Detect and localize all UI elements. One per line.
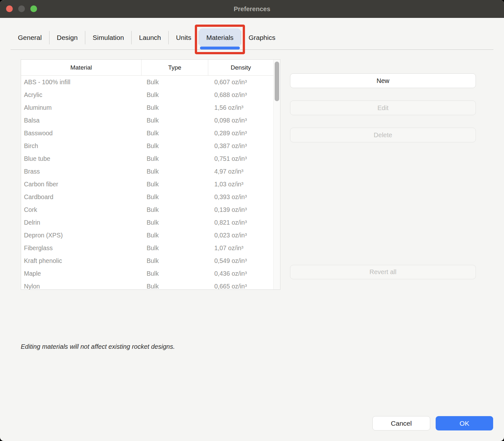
tab-graphics[interactable]: Graphics — [241, 28, 283, 47]
cell-density: 1,07 oz/in³ — [208, 242, 273, 254]
table-row[interactable]: MapleBulk0,436 oz/in³ — [21, 267, 273, 280]
cell-material: Balsa — [21, 114, 141, 127]
delete-button[interactable]: Delete — [290, 128, 476, 142]
revert-all-button[interactable]: Revert all — [290, 265, 476, 279]
cell-material: Nylon — [21, 280, 141, 289]
cell-type: Bulk — [141, 101, 208, 114]
cell-type: Bulk — [141, 88, 208, 101]
cell-density: 0,549 oz/in³ — [208, 254, 273, 267]
titlebar: Preferences — [0, 0, 504, 18]
cell-type: Bulk — [141, 203, 208, 216]
table-row[interactable]: DelrinBulk0,821 oz/in³ — [21, 216, 273, 229]
table-row[interactable]: Blue tubeBulk0,751 oz/in³ — [21, 152, 273, 165]
cell-density: 0,607 oz/in³ — [208, 76, 273, 88]
cell-type: Bulk — [141, 267, 208, 280]
table-row[interactable]: AcrylicBulk0,688 oz/in³ — [21, 88, 273, 101]
materials-note: Editing materials will not affect existi… — [21, 343, 175, 350]
cell-type: Bulk — [141, 254, 208, 267]
cell-density: 0,023 oz/in³ — [208, 229, 273, 242]
cell-density: 0,387 oz/in³ — [208, 139, 273, 152]
table-row[interactable]: CorkBulk0,139 oz/in³ — [21, 203, 273, 216]
table-body: ABS - 100% infillBulk0,607 oz/in³Acrylic… — [21, 76, 280, 289]
cell-type: Bulk — [141, 165, 208, 178]
cell-material: Depron (XPS) — [21, 229, 141, 242]
cell-density: 0,821 oz/in³ — [208, 216, 273, 229]
cell-material: Cork — [21, 203, 141, 216]
tab-units[interactable]: Units — [169, 28, 199, 47]
tab-design[interactable]: Design — [50, 28, 85, 47]
table-row[interactable]: Depron (XPS)Bulk0,023 oz/in³ — [21, 229, 273, 242]
tab-materials[interactable]: Materials — [199, 28, 241, 47]
tab-general[interactable]: General — [11, 28, 49, 47]
table-header: MaterialTypeDensity — [21, 60, 273, 76]
cell-material: Aluminum — [21, 101, 141, 114]
table-row[interactable]: CardboardBulk0,393 oz/in³ — [21, 191, 273, 203]
cell-density: 0,751 oz/in³ — [208, 152, 273, 165]
cell-material: Cardboard — [21, 191, 141, 203]
cell-type: Bulk — [141, 114, 208, 127]
edit-button[interactable]: Edit — [290, 101, 476, 115]
cell-material: Delrin — [21, 216, 141, 229]
cell-material: Brass — [21, 165, 141, 178]
cell-material: Blue tube — [21, 152, 141, 165]
cell-type: Bulk — [141, 229, 208, 242]
table-row[interactable]: ABS - 100% infillBulk0,607 oz/in³ — [21, 76, 273, 88]
cell-density: 0,665 oz/in³ — [208, 280, 273, 289]
materials-table: MaterialTypeDensity ABS - 100% infillBul… — [21, 59, 280, 290]
cell-material: ABS - 100% infill — [21, 76, 141, 88]
table-row[interactable]: BalsaBulk0,098 oz/in³ — [21, 114, 273, 127]
preferences-window: Preferences GeneralDesignSimulationLaunc… — [0, 0, 504, 441]
table-row[interactable]: FiberglassBulk1,07 oz/in³ — [21, 242, 273, 254]
column-header-density[interactable]: Density — [208, 60, 273, 75]
cell-type: Bulk — [141, 76, 208, 88]
cell-type: Bulk — [141, 216, 208, 229]
cell-material: Fiberglass — [21, 242, 141, 254]
cell-type: Bulk — [141, 178, 208, 191]
cell-density: 1,03 oz/in³ — [208, 178, 273, 191]
column-header-type[interactable]: Type — [141, 60, 208, 75]
scrollbar-track[interactable] — [273, 60, 280, 289]
cell-material: Birch — [21, 139, 141, 152]
table-row[interactable]: BrassBulk4,97 oz/in³ — [21, 165, 273, 178]
cell-type: Bulk — [141, 191, 208, 203]
cell-material: Kraft phenolic — [21, 254, 141, 267]
cell-density: 1,56 oz/in³ — [208, 101, 273, 114]
cancel-button[interactable]: Cancel — [372, 416, 430, 430]
tab-simulation[interactable]: Simulation — [85, 28, 131, 47]
scrollbar-thumb[interactable] — [275, 62, 279, 101]
table-row[interactable]: BirchBulk0,387 oz/in³ — [21, 139, 273, 152]
tab-bar: GeneralDesignSimulationLaunchUnitsMateri… — [11, 28, 493, 50]
cell-density: 0,688 oz/in³ — [208, 88, 273, 101]
table-row[interactable]: NylonBulk0,665 oz/in³ — [21, 280, 273, 289]
cell-material: Basswood — [21, 127, 141, 139]
ok-button[interactable]: OK — [436, 416, 493, 430]
cell-density: 0,393 oz/in³ — [208, 191, 273, 203]
cell-type: Bulk — [141, 242, 208, 254]
cell-material: Maple — [21, 267, 141, 280]
cell-density: 0,139 oz/in³ — [208, 203, 273, 216]
tab-launch[interactable]: Launch — [132, 28, 168, 47]
cell-density: 0,289 oz/in³ — [208, 127, 273, 139]
cell-type: Bulk — [141, 152, 208, 165]
table-row[interactable]: Kraft phenolicBulk0,549 oz/in³ — [21, 254, 273, 267]
cell-material: Carbon fiber — [21, 178, 141, 191]
cell-type: Bulk — [141, 280, 208, 289]
table-row[interactable]: Carbon fiberBulk1,03 oz/in³ — [21, 178, 273, 191]
cell-density: 0,436 oz/in³ — [208, 267, 273, 280]
table-row[interactable]: AluminumBulk1,56 oz/in³ — [21, 101, 273, 114]
cell-type: Bulk — [141, 139, 208, 152]
new-button[interactable]: New — [290, 73, 476, 88]
window-title: Preferences — [0, 0, 504, 18]
cell-material: Acrylic — [21, 88, 141, 101]
cell-density: 0,098 oz/in³ — [208, 114, 273, 127]
column-header-material[interactable]: Material — [21, 60, 141, 75]
table-row[interactable]: BasswoodBulk0,289 oz/in³ — [21, 127, 273, 139]
cell-density: 4,97 oz/in³ — [208, 165, 273, 178]
cell-type: Bulk — [141, 127, 208, 139]
